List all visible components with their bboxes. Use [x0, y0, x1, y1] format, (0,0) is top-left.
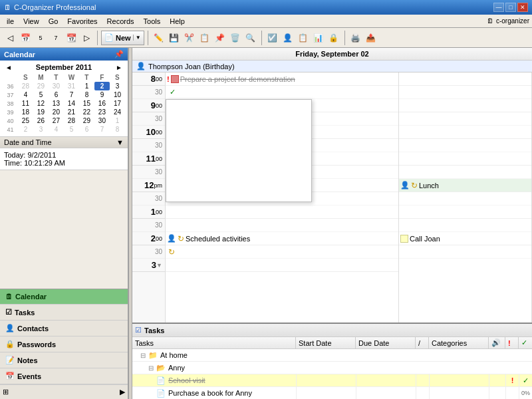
sidebar-arrow-button[interactable]: ▶: [118, 386, 126, 398]
datetime-section-header[interactable]: Date and Time ▼: [0, 137, 128, 148]
cal-day-cell[interactable]: 5: [64, 125, 79, 134]
nav-tasks[interactable]: ☑ Tasks: [0, 305, 128, 321]
toolbar-copy-button[interactable]: 📋: [198, 31, 212, 45]
cal-day-cell[interactable]: 7: [64, 90, 79, 99]
cal-day-cell[interactable]: 16: [94, 99, 110, 108]
cal-day-cell[interactable]: 9: [94, 90, 110, 99]
toolbar-edit-button[interactable]: ✏️: [152, 31, 166, 45]
menu-go[interactable]: Go: [45, 17, 63, 26]
cal-day-cell[interactable]: 12: [33, 99, 49, 108]
cal-day-cell[interactable]: 24: [110, 108, 125, 116]
cal-day-cell[interactable]: 30: [94, 116, 110, 125]
tasks-col-slash[interactable]: /: [416, 337, 429, 348]
cal-day-cell[interactable]: 23: [94, 108, 110, 116]
toolbar-calendar-5day-button[interactable]: 5: [33, 31, 48, 45]
cal-day-cell[interactable]: 3: [110, 82, 125, 90]
cal-day-cell[interactable]: 3: [33, 125, 49, 134]
tab-corganizer-label[interactable]: c-organizer: [496, 17, 529, 25]
tasks-col-startdate[interactable]: Start Date: [296, 337, 356, 348]
menu-tools[interactable]: Tools: [140, 17, 165, 26]
toolbar-status3-button[interactable]: 📋: [296, 31, 311, 45]
toolbar-forward-button[interactable]: ▷: [79, 31, 94, 45]
menu-favorites[interactable]: Favorites: [63, 17, 101, 26]
event-lunch-label[interactable]: Lunch: [419, 182, 439, 190]
cal-day-cell[interactable]: 15: [79, 99, 94, 108]
cal-day-cell[interactable]: 7: [94, 125, 110, 134]
cal-day-cell[interactable]: 14: [64, 99, 79, 108]
cal-day-cell[interactable]: 1: [110, 116, 125, 125]
cal-day-cell[interactable]: 1: [79, 82, 94, 90]
cal-day-cell[interactable]: 2: [94, 82, 110, 90]
toolbar-status1-button[interactable]: ☑️: [265, 31, 280, 45]
calendar-next-button[interactable]: ►: [113, 64, 125, 71]
cal-day-cell[interactable]: 19: [33, 108, 49, 116]
cal-day-cell[interactable]: 4: [49, 125, 64, 134]
cal-day-cell[interactable]: 29: [79, 116, 94, 125]
toolbar-calendar-month-button[interactable]: 📆: [64, 31, 78, 45]
cal-day-cell[interactable]: 8: [79, 90, 94, 99]
tasks-col-duedate[interactable]: Due Date: [356, 337, 416, 348]
toolbar-calendar-week-button[interactable]: 7: [49, 31, 63, 45]
tasks-col-complete[interactable]: ✓: [519, 337, 532, 348]
cal-day-cell[interactable]: 11: [18, 99, 33, 108]
toolbar-export-button[interactable]: 📤: [364, 31, 378, 45]
nav-contacts[interactable]: 👤 Contacts: [0, 321, 128, 336]
cal-day-cell[interactable]: 10: [110, 90, 125, 99]
menu-file[interactable]: ile: [3, 17, 18, 26]
toolbar-status5-button[interactable]: 🔒: [327, 31, 341, 45]
nav-notes[interactable]: 📝 Notes: [0, 352, 128, 368]
menu-view[interactable]: View: [19, 17, 43, 26]
cal-day-cell[interactable]: 6: [79, 125, 94, 134]
minimize-button[interactable]: —: [493, 3, 504, 12]
cal-day-cell[interactable]: 30: [49, 82, 64, 90]
cal-day-cell[interactable]: 21: [64, 108, 79, 116]
nav-events[interactable]: 📅 Events: [0, 368, 128, 384]
nav-passwords[interactable]: 🔒 Passwords: [0, 336, 128, 352]
new-button[interactable]: 📄 New ▼: [101, 31, 144, 45]
tasks-col-sound[interactable]: 🔊: [489, 337, 505, 348]
toolbar-delete-button[interactable]: 🗑️: [228, 31, 243, 45]
toolbar-status2-button[interactable]: 👤: [281, 31, 295, 45]
cal-day-cell[interactable]: 17: [110, 99, 125, 108]
task-row-athome[interactable]: ⊟ 📁 At home: [132, 349, 532, 362]
cal-day-cell[interactable]: 8: [110, 125, 125, 134]
toolbar-paste-button[interactable]: 📌: [213, 31, 227, 45]
cal-day-cell[interactable]: 13: [49, 99, 64, 108]
toolbar-back-button[interactable]: ◁: [3, 31, 17, 45]
cal-day-cell[interactable]: 25: [18, 116, 33, 125]
toolbar-print-button[interactable]: 🖨️: [348, 31, 363, 45]
sidebar-pin-icon[interactable]: 📌: [114, 50, 124, 59]
toolbar-save-button[interactable]: 💾: [167, 31, 182, 45]
toolbar-calendar-day-button[interactable]: 📅: [18, 31, 33, 45]
tasks-col-name[interactable]: Tasks: [132, 337, 296, 348]
cal-day-cell[interactable]: 28: [18, 82, 33, 90]
calendar-prev-button[interactable]: ◄: [3, 64, 15, 71]
cal-day-cell[interactable]: 5: [33, 90, 49, 99]
cal-day-cell[interactable]: 28: [64, 116, 79, 125]
cal-day-cell[interactable]: 31: [64, 82, 79, 90]
nav-calendar[interactable]: 🗓 Calendar: [0, 289, 128, 305]
cal-day-cell[interactable]: 18: [18, 108, 33, 116]
menu-records[interactable]: Records: [103, 17, 138, 26]
task-row-anny[interactable]: ⊟ 📂 Anny: [132, 362, 532, 374]
cal-day-cell[interactable]: 6: [49, 90, 64, 99]
toolbar-cut-button[interactable]: ✂️: [182, 31, 197, 45]
event-scheduled-label[interactable]: Scheduled activities: [186, 235, 250, 243]
cal-day-cell[interactable]: 27: [49, 116, 64, 125]
sidebar-list-view-button[interactable]: ⊞: [1, 386, 10, 398]
cal-day-cell[interactable]: 20: [49, 108, 64, 116]
toolbar-status4-button[interactable]: 📊: [311, 31, 326, 45]
tasks-col-categories[interactable]: Categories: [429, 337, 489, 348]
calendar-month-label[interactable]: September 2011: [36, 63, 92, 71]
new-dropdown-arrow[interactable]: ▼: [133, 35, 141, 41]
event-prepare-label[interactable]: Prepare a project for demonstration: [180, 75, 295, 83]
cal-day-cell[interactable]: 4: [18, 90, 33, 99]
cal-day-cell[interactable]: 29: [33, 82, 49, 90]
tasks-col-priority[interactable]: !: [505, 337, 519, 348]
maximize-button[interactable]: □: [505, 3, 516, 12]
task-row-schoolvisit[interactable]: 📄 School visit ! ✓: [132, 374, 532, 387]
event-calljoan-label[interactable]: Call Joan: [410, 235, 440, 243]
cal-day-cell[interactable]: 22: [79, 108, 94, 116]
menu-help[interactable]: Help: [166, 17, 189, 26]
cal-day-cell[interactable]: 26: [33, 116, 49, 125]
